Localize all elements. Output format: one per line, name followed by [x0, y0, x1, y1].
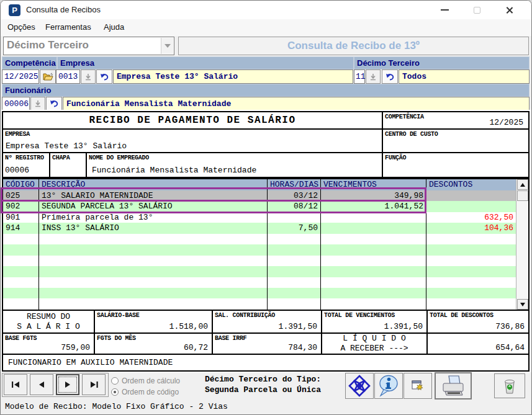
cell-descricao: 13° SALARIO MATERNIDADE	[39, 190, 268, 201]
cell-vencimentos	[321, 212, 426, 223]
receipt-empresa-label: EMPRESA	[5, 131, 30, 138]
previous-record-icon	[38, 381, 45, 388]
table-row-empty[interactable]	[3, 234, 528, 244]
empresa-header: Empresa	[57, 56, 354, 69]
total-vencimentos-box: TOTAL DE VENCIMENTOS 1.391,50	[321, 310, 428, 334]
menu-ferramentas[interactable]: Ferramentas	[45, 22, 91, 32]
total-descontos-box: TOTAL DE DESCONTOS 736,86	[426, 310, 530, 334]
liquido-label-line1: L Í Q U I D O	[343, 334, 405, 344]
table-row[interactable]: 902 SEGUNDA PARCELA 13° SALÁRIO 08/12 1.…	[3, 201, 528, 212]
tipo-decimo-terceiro-text: Décimo Terceiro do Tipo: Segunda Parcela…	[184, 374, 342, 395]
cell-descricao: Primeira parcela de 13°	[39, 212, 268, 223]
cell-horas-dias: 03/12	[268, 190, 321, 201]
receipt-empresa-value: Empresa Teste 13° Salário	[6, 141, 127, 151]
chevron-down-icon	[165, 44, 171, 48]
tipo-line2: Segunda Parcela ou Única	[184, 385, 342, 395]
empresa-undo-button[interactable]	[96, 69, 112, 84]
maximize-button[interactable]	[463, 2, 490, 18]
cell-codigo: 902	[3, 201, 39, 212]
window-title: Consulta de Recibos	[26, 5, 101, 14]
decimo-code-input[interactable]: 11	[354, 69, 365, 84]
undo-icon	[385, 73, 395, 81]
receipt-registro-label: Nº REGISTRO	[5, 154, 44, 161]
menu-ajuda[interactable]: Ajuda	[104, 22, 124, 32]
receipt-nome-value: Funcionária Mensalista Maternidade	[92, 166, 256, 175]
salario-base-label: SALÁRIO-BASE	[97, 312, 139, 319]
table-row-empty[interactable]	[3, 298, 528, 309]
next-record-button[interactable]	[56, 374, 79, 395]
arrow-down-to-line-icon	[84, 73, 92, 81]
funcionario-undo-button[interactable]	[46, 97, 62, 110]
table-row-empty[interactable]	[3, 256, 528, 266]
competencia-input[interactable]: 12/2025	[2, 69, 39, 84]
receipt-registro-box: Nº REGISTRO 00006	[2, 152, 50, 178]
menu-opcoes[interactable]: Opções	[7, 22, 35, 32]
ordem-codigo-radio[interactable]: Ordem de código	[111, 388, 179, 396]
last-record-button[interactable]	[82, 374, 106, 395]
col-header-descontos[interactable]: DESCONTOS	[426, 179, 516, 190]
recalculate-button[interactable]	[345, 373, 374, 399]
delete-button[interactable]	[494, 373, 525, 398]
table-row-empty[interactable]	[3, 277, 528, 288]
receipt-title: RECIBO DE PAGAMENTO DE SALÁRIO	[2, 111, 383, 130]
info-button[interactable]	[374, 373, 403, 399]
receipt-type-dropdown-button[interactable]	[161, 38, 173, 54]
col-header-horas-dias[interactable]: HORAS/DIAS	[268, 179, 321, 190]
undo-icon	[100, 73, 109, 81]
table-row[interactable]: 914 INSS 13° SALÁRIO 7,50 104,36	[3, 223, 528, 233]
app-window: P Consulta de Recibos Opções Ferramentas…	[0, 0, 532, 415]
scroll-up-button[interactable]	[517, 179, 528, 190]
scrollbar-thumb[interactable]	[517, 190, 528, 201]
decimo-undo-button[interactable]	[382, 69, 398, 84]
cell-horas-dias	[268, 212, 321, 223]
receipt-registro-value: 00006	[5, 166, 29, 175]
total-vencimentos-value: 1.391,50	[384, 322, 423, 331]
recycle-bin-icon	[502, 378, 517, 395]
status-bar-text: Modelo de Recibo: Modelo Fixo Gráfico - …	[5, 402, 228, 411]
receipt-centro-custo-box: CENTRO DE CUSTO	[382, 128, 530, 153]
competencia-header: Competência	[2, 56, 57, 69]
minimize-button[interactable]	[431, 2, 458, 18]
vertical-scrollbar[interactable]	[516, 179, 528, 310]
table-row-empty[interactable]	[3, 288, 528, 298]
first-record-button[interactable]	[4, 374, 27, 395]
sal-contribuicao-box: SAL. CONTRIBUIÇÃO 1.391,50	[212, 310, 322, 334]
funcionario-lookup-button[interactable]	[30, 97, 45, 110]
empresa-code-input[interactable]: 0013	[56, 69, 80, 84]
calculation-settings-button[interactable]	[404, 373, 432, 399]
ordem-calculo-radio[interactable]: Ordem de cálculo	[111, 377, 180, 385]
cell-descricao: SEGUNDA PARCELA 13° SALÁRIO	[39, 201, 268, 212]
empresa-lookup-button[interactable]	[81, 69, 96, 84]
base-irrf-label: BASE IRRF	[215, 335, 246, 342]
table-row[interactable]: 025 13° SALARIO MATERNIDADE 03/12 349,98	[3, 190, 528, 201]
scroll-down-button[interactable]	[517, 299, 528, 310]
open-folder-button[interactable]	[40, 69, 56, 84]
decimo-value-field[interactable]: Todos	[399, 69, 530, 84]
funcionario-name-field[interactable]: Funcionária Mensalista Maternidade	[63, 97, 530, 110]
cell-descontos: 104,36	[426, 223, 516, 233]
cell-codigo: 914	[3, 223, 39, 233]
empresa-name-field[interactable]: Empresa Teste 13° Salário	[113, 69, 353, 84]
cell-vencimentos: 349,98	[321, 190, 426, 201]
close-button[interactable]	[495, 2, 523, 18]
funcionario-code-input[interactable]: 00006	[2, 97, 30, 110]
cell-vencimentos: 1.041,52	[321, 201, 426, 212]
col-header-descricao[interactable]: DESCRIÇÃO	[39, 179, 268, 190]
col-header-codigo[interactable]: CÓDIGO	[3, 179, 39, 190]
print-button[interactable]	[435, 372, 472, 399]
col-header-vencimentos[interactable]: VENCIMENTOS	[321, 179, 426, 190]
page-title: Consulta de Recibo de 13º	[178, 37, 529, 55]
table-row[interactable]: 901 Primeira parcela de 13° 632,50	[3, 212, 528, 223]
scroll-down-icon	[520, 303, 525, 306]
base-fgts-value: 759,00	[61, 343, 90, 352]
receipt-funcao-label: FUNÇÃO	[385, 154, 406, 161]
observation-message: FUNCIONARIO EM AUXILIO MATERNIDADE	[2, 354, 530, 372]
radio-circle-selected-icon	[111, 388, 119, 396]
previous-record-button[interactable]	[30, 374, 53, 395]
last-record-icon	[89, 381, 99, 388]
ordem-codigo-label: Ordem de código	[122, 388, 179, 396]
table-row-empty[interactable]	[3, 266, 528, 277]
cell-codigo: 901	[3, 212, 39, 223]
table-row-empty[interactable]	[3, 244, 528, 255]
decimo-lookup-button[interactable]	[366, 69, 381, 84]
